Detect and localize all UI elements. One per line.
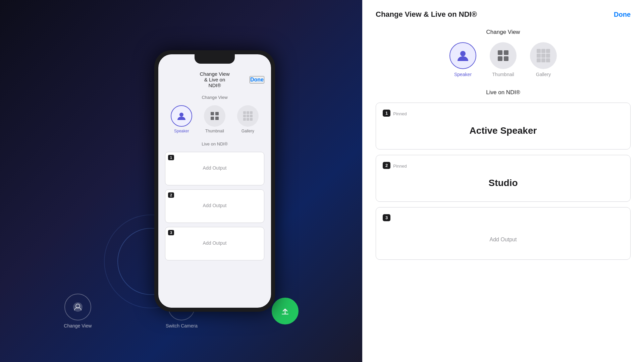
phone-view-speaker[interactable]: Speaker [171, 105, 192, 133]
panel-done-button[interactable]: Done [614, 11, 631, 18]
phone-view-gallery[interactable]: Gallery [237, 105, 259, 133]
svg-rect-10 [247, 111, 249, 114]
phone-output-1-badge: 1 [168, 155, 174, 160]
panel-output-1[interactable]: 1 Pinned Active Speaker [376, 103, 631, 149]
panel-gallery-icon-circle [530, 42, 557, 69]
phone-output-2[interactable]: 2 Add Output [165, 189, 264, 223]
phone-output-3-label: Add Output [169, 231, 260, 255]
phone-body: Change View & Live on NDI® Done Change V… [154, 50, 275, 312]
svg-rect-22 [504, 56, 508, 61]
svg-rect-28 [546, 54, 550, 58]
panel-title: Change View & Live on NDI® [376, 10, 477, 19]
phone-output-3-badge: 3 [168, 230, 174, 235]
svg-rect-25 [546, 49, 550, 53]
phone-output-3[interactable]: 3 Add Output [165, 227, 264, 260]
phone-thumbnail-label: Thumbnail [205, 129, 224, 133]
phone-output-2-badge: 2 [168, 192, 174, 198]
panel-output-1-pinned-label: Pinned [393, 111, 407, 116]
svg-rect-9 [243, 111, 246, 114]
svg-rect-11 [250, 111, 253, 114]
panel-thumbnail-label: Thumbnail [492, 72, 514, 77]
svg-rect-5 [211, 112, 214, 115]
panel-output-3-add-label: Add Output [383, 227, 624, 253]
panel-live-ndi-title: Live on NDI® [376, 89, 631, 96]
panel-view-thumbnail[interactable]: Thumbnail [490, 42, 517, 77]
svg-rect-13 [247, 115, 249, 117]
svg-rect-31 [546, 58, 550, 62]
panel-output-3[interactable]: 3 Add Output [376, 207, 631, 260]
phone-notch [195, 54, 235, 64]
panel-view-options: Speaker Thumbnail [376, 42, 631, 77]
phone-gallery-label: Gallery [241, 129, 254, 133]
phone-title: Change View & Live on NDI® [198, 71, 231, 88]
phone-output-1[interactable]: 1 Add Output [165, 152, 264, 185]
svg-rect-8 [215, 117, 219, 120]
svg-rect-15 [243, 118, 246, 121]
svg-rect-26 [537, 54, 541, 58]
svg-rect-19 [498, 50, 502, 55]
phone-thumbnail-icon-circle [204, 105, 225, 127]
svg-rect-24 [541, 49, 545, 53]
phone-live-ndi-title: Live on NDI® [165, 141, 264, 146]
phone-done-button[interactable]: Done [250, 76, 264, 83]
svg-point-18 [460, 51, 466, 56]
panel-output-1-badge: 1 [383, 110, 390, 117]
svg-rect-16 [247, 118, 249, 121]
panel-view-gallery[interactable]: Gallery [530, 42, 557, 77]
svg-rect-7 [211, 117, 214, 120]
svg-rect-6 [215, 112, 219, 115]
change-view-bg-label: Change View [64, 323, 92, 328]
phone-change-view-title: Change View [165, 95, 264, 100]
panel-output-2-pinned-label: Pinned [393, 164, 407, 169]
svg-rect-29 [537, 58, 541, 62]
panel-change-view-title: Change View [376, 29, 631, 36]
svg-rect-12 [243, 115, 246, 117]
change-view-bg-btn: Change View [64, 294, 92, 328]
phone-output-1-label: Add Output [169, 156, 260, 180]
svg-rect-21 [498, 56, 502, 61]
right-panel: Change View & Live on NDI® Done Change V… [362, 0, 644, 362]
panel-output-2-title: Studio [383, 174, 624, 192]
panel-view-speaker[interactable]: Speaker [449, 42, 476, 77]
svg-point-4 [179, 113, 183, 117]
phone-view-options: Speaker Thumbnail [165, 105, 264, 133]
svg-rect-27 [541, 54, 545, 58]
phone-speaker-icon-circle [171, 105, 192, 127]
phone-header: Change View & Live on NDI® Done [165, 71, 264, 88]
change-view-bg-icon [64, 294, 91, 320]
panel-output-1-title: Active Speaker [383, 122, 624, 139]
phone-speaker-label: Speaker [174, 129, 189, 133]
svg-rect-14 [250, 115, 253, 117]
phone-gallery-icon-circle [237, 105, 259, 127]
panel-gallery-label: Gallery [536, 72, 551, 77]
phone-mockup: Change View & Live on NDI® Done Change V… [144, 0, 285, 362]
panel-output-2[interactable]: 2 Pinned Studio [376, 155, 631, 202]
panel-speaker-label: Speaker [454, 72, 472, 77]
panel-output-3-badge: 3 [383, 214, 390, 221]
panel-output-2-badge: 2 [383, 162, 390, 169]
svg-rect-30 [541, 58, 545, 62]
phone-output-2-label: Add Output [169, 194, 260, 217]
phone-view-thumbnail[interactable]: Thumbnail [204, 105, 225, 133]
panel-thumbnail-icon-circle [490, 42, 517, 69]
panel-speaker-icon-circle [449, 42, 476, 69]
phone-screen: Change View & Live on NDI® Done Change V… [158, 54, 271, 308]
svg-rect-20 [504, 50, 508, 55]
panel-header: Change View & Live on NDI® Done [376, 7, 631, 19]
svg-rect-17 [250, 118, 253, 121]
svg-rect-23 [537, 49, 541, 53]
